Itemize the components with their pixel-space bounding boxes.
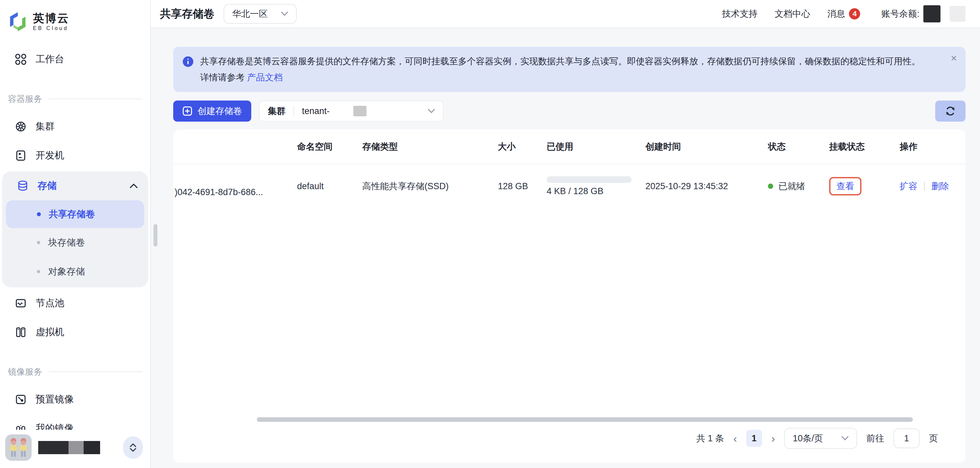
chevron-down-icon <box>130 448 136 452</box>
create-volume-button[interactable]: 创建存储卷 <box>173 101 251 121</box>
cell-status: 已就绪 <box>768 180 829 192</box>
chevron-down-icon <box>842 436 849 441</box>
cell-namespace: default <box>297 181 362 192</box>
grid-icon <box>14 53 27 65</box>
section-label: 容器服务 <box>8 93 42 105</box>
col-header-created: 创建时间 <box>646 141 768 153</box>
sidebar-item-label: 工作台 <box>35 53 64 66</box>
bullet-icon <box>37 241 40 244</box>
sidebar-item-label: 集群 <box>35 120 55 133</box>
pagination: 共 1 条 ‹ 1 › 10条/页 前往 页 <box>173 423 966 463</box>
bullet-icon <box>37 212 41 216</box>
cell-created-time: 2025-10-29 13:45:32 <box>646 181 768 192</box>
create-volume-label: 创建存储卷 <box>197 105 242 117</box>
cell-actions: 扩容 删除 <box>900 180 966 192</box>
sidebar-item-virtual-machine[interactable]: 虚拟机 <box>0 318 150 347</box>
sidebar-item-workbench[interactable]: 工作台 <box>0 45 150 74</box>
goto-label: 前往 <box>866 433 884 444</box>
header-links: 技术支持 文档中心 消息 4 账号余额: <box>722 5 966 22</box>
redacted-balance-unit <box>950 6 966 22</box>
app-root: 英博云 EB Cloud 工作台 容器服务 <box>0 0 980 468</box>
section-divider <box>49 371 142 372</box>
info-banner: 共享存储卷是英博云容器服务提供的文件存储方案，可同时挂载至多个容器实例，实现数据… <box>173 47 966 92</box>
region-select[interactable]: 华北一区 <box>224 4 297 24</box>
bullet-icon <box>37 270 40 273</box>
delete-action-link[interactable]: 删除 <box>931 180 949 192</box>
page-title: 共享存储卷 <box>160 6 215 21</box>
toolbar: 创建存储卷 集群 tenant- <box>173 101 966 121</box>
cluster-select-label: 集群 <box>268 105 285 117</box>
top-header: 共享存储卷 华北一区 技术支持 文档中心 消息 4 账号余额: <box>151 0 980 28</box>
horizontal-scrollbar-thumb[interactable] <box>257 417 913 422</box>
goto-unit: 页 <box>929 433 938 444</box>
banner-text: 共享存储卷是英博云容器服务提供的文件存储方案，可同时挂载至多个容器实例，实现数据… <box>200 54 920 85</box>
cell-storage-type: 高性能共享存储(SSD) <box>362 180 498 192</box>
docs-link[interactable]: 文档中心 <box>775 8 810 20</box>
chevron-up-icon <box>130 183 138 188</box>
sidebar-item-preset-images[interactable]: 预置镜像 <box>0 385 150 414</box>
expand-action-link[interactable]: 扩容 <box>900 180 918 192</box>
col-header-namespace: 命名空间 <box>297 141 362 153</box>
account-switcher-button[interactable] <box>123 436 143 459</box>
banner-close-icon[interactable]: × <box>951 53 957 63</box>
banner-line1: 共享存储卷是英博云容器服务提供的文件存储方案，可同时挂载至多个容器实例，实现数据… <box>200 54 920 69</box>
col-header-status: 状态 <box>768 141 829 153</box>
product-doc-link[interactable]: 产品文档 <box>247 72 283 82</box>
sidebar-section-container-services: 容器服务 <box>0 89 150 108</box>
cell-volume-name[interactable]: )042-4691-8d7b-686... <box>173 175 297 197</box>
sidebar-item-block-volume[interactable]: 块存储卷 <box>2 228 148 257</box>
goto-page-input[interactable] <box>893 428 920 448</box>
prev-page-button[interactable]: ‹ <box>733 433 737 444</box>
page-size-select[interactable]: 10条/页 <box>784 428 857 449</box>
sidebar-item-dev-machine[interactable]: 开发机 <box>0 141 150 170</box>
sidebar-item-cluster[interactable]: 集群 <box>0 112 150 141</box>
virtual-machine-icon <box>14 326 27 339</box>
chevron-down-icon <box>281 11 288 16</box>
view-mount-link[interactable]: 查看 <box>829 177 861 195</box>
pagination-total: 共 1 条 <box>697 433 724 444</box>
next-page-button[interactable]: › <box>771 433 775 444</box>
content-area: 共享存储卷是英博云容器服务提供的文件存储方案，可同时挂载至多个容器实例，实现数据… <box>151 28 980 468</box>
redacted-username <box>38 441 100 454</box>
node-pool-icon <box>14 297 27 310</box>
vertical-divider <box>293 106 294 117</box>
sidebar-item-label: 开发机 <box>35 149 64 162</box>
table-header-row: 命名空间 存储类型 大小 已使用 创建时间 状态 挂载状态 操作 <box>173 129 966 165</box>
refresh-button[interactable] <box>935 101 966 121</box>
sidebar-section-image-services: 镜像服务 <box>0 363 150 381</box>
chevron-down-icon <box>428 109 435 113</box>
account-balance: 账号余额: <box>881 5 966 22</box>
message-count-badge: 4 <box>849 8 860 19</box>
info-icon <box>183 56 194 85</box>
messages-link[interactable]: 消息 4 <box>827 8 860 20</box>
chevron-up-icon <box>130 443 136 447</box>
sidebar-item-shared-volume[interactable]: 共享存储卷 <box>6 200 144 228</box>
brand-name: 英博云 <box>33 12 70 24</box>
sidebar-item-object-storage[interactable]: 对象存储 <box>2 257 148 286</box>
support-link[interactable]: 技术支持 <box>722 8 757 20</box>
brand-logo[interactable]: 英博云 EB Cloud <box>0 0 150 38</box>
current-page-button[interactable]: 1 <box>746 430 762 447</box>
region-select-value: 华北一区 <box>232 8 268 20</box>
sidebar-item-label: 预置镜像 <box>35 393 74 406</box>
sidebar-item-label: 存储 <box>38 179 57 192</box>
page-size-value: 10条/页 <box>792 433 823 444</box>
sidebar-item-storage[interactable]: 存储 <box>2 171 148 200</box>
action-divider <box>924 182 925 190</box>
redacted-cluster-name <box>353 106 366 117</box>
banner-line2-prefix: 详情请参考 <box>200 72 245 82</box>
sidebar-item-node-pool[interactable]: 节点池 <box>0 289 150 318</box>
cluster-select-value: tenant- <box>302 106 329 117</box>
cluster-select[interactable]: 集群 tenant- <box>259 101 444 121</box>
sidebar-group-storage: 存储 共享存储卷 块存储卷 对象存储 <box>2 171 148 288</box>
col-header-type: 存储类型 <box>362 141 498 153</box>
section-divider <box>49 99 142 99</box>
sidebar-item-label: 虚拟机 <box>35 326 64 339</box>
dev-machine-icon <box>14 149 27 162</box>
col-header-actions: 操作 <box>900 141 966 153</box>
cell-mount-status: 查看 <box>829 177 900 195</box>
sidebar-scrollbar-thumb[interactable] <box>153 224 158 246</box>
brand-logo-icon <box>8 11 28 32</box>
usage-progress-bar <box>547 176 632 183</box>
avatar[interactable] <box>5 434 32 461</box>
